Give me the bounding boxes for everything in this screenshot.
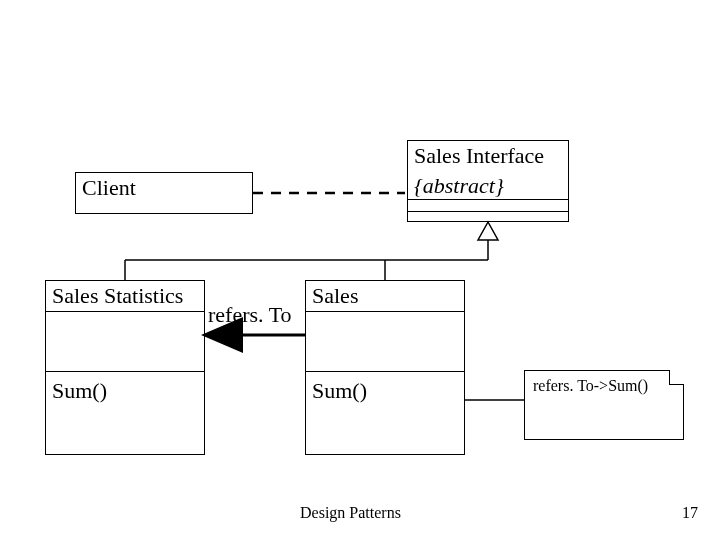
class-sales-interface-name: Sales Interface <box>408 141 568 171</box>
class-client: Client <box>75 172 253 214</box>
footer-caption: Design Patterns <box>300 504 401 522</box>
class-sales: Sales Sum() <box>305 280 465 455</box>
class-sales-name: Sales <box>306 281 464 311</box>
slide-number: 17 <box>682 504 698 522</box>
class-sales-statistics-op: Sum() <box>46 376 113 406</box>
class-sales-interface-stereotype: {abstract} <box>408 171 568 201</box>
generalization-arrowhead-icon <box>478 222 498 240</box>
class-sales-interface: Sales Interface {abstract} <box>407 140 569 222</box>
class-sales-statistics-name: Sales Statistics <box>46 281 204 311</box>
association-refers-to-label: refers. To <box>208 302 292 328</box>
class-sales-statistics: Sales Statistics Sum() <box>45 280 205 455</box>
diagram-canvas: Client Sales Interface {abstract} Sales … <box>0 0 720 540</box>
connectors <box>0 0 720 540</box>
note-text: refers. To->Sum() <box>525 371 683 401</box>
note-refers-to-sum: refers. To->Sum() <box>524 370 684 440</box>
note-fold-icon <box>669 370 684 385</box>
class-sales-op: Sum() <box>306 376 373 406</box>
class-client-name: Client <box>76 173 252 203</box>
